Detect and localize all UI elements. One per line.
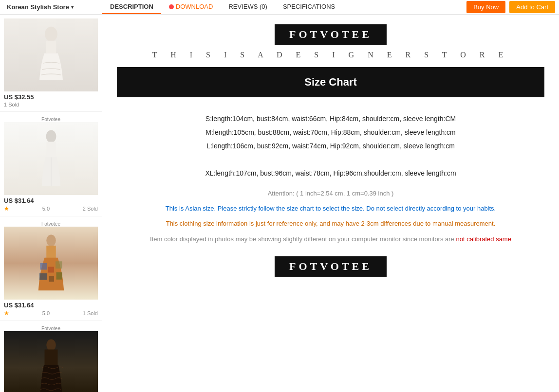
- color-note: Item color displayed in photos may be sh…: [117, 233, 544, 245]
- svg-rect-3: [46, 142, 56, 158]
- star-icon: ★: [4, 310, 9, 317]
- product-rating-row: ★ 5.0 1 Sold: [4, 310, 98, 317]
- header-actions: Buy Now Add to Cart: [466, 1, 559, 13]
- list-item[interactable]: Fotvotee US $31.64 ★ 5.0 2 Sold: [0, 112, 102, 216]
- attention-note: Attention: ( 1 inch=2.54 cm, 1 cm=0.39 i…: [117, 190, 544, 197]
- brand-logo-section: FOTVOTEE: [117, 24, 544, 45]
- star-icon: ★: [4, 205, 9, 212]
- svg-rect-6: [46, 246, 56, 258]
- main-layout: US $32.55 1 Sold Fotvotee US $31.64 ★ 5.…: [0, 15, 559, 392]
- brand-label: Fotvotee: [4, 326, 98, 331]
- dress-silhouette-icon: [32, 26, 71, 84]
- rating-value: 5.0: [42, 310, 50, 316]
- size-row-l: L:length:106cm, bust:92cm, waist:74cm, H…: [117, 139, 544, 153]
- chevron-down-icon: ▾: [71, 4, 74, 10]
- dress-silhouette-icon: [32, 234, 71, 292]
- warning-text-1: This is Asian size. Please strictly foll…: [166, 205, 496, 212]
- svg-point-13: [46, 339, 56, 351]
- brand-logo: FOTVOTEE: [275, 24, 387, 45]
- asian-size-warning: This is Asian size. Please strictly foll…: [117, 203, 544, 214]
- brand-logo-bottom: FOTVOTEE: [275, 256, 387, 277]
- product-price: US $32.55: [4, 93, 98, 101]
- not-calibrated-text: not calibrated same: [456, 235, 511, 243]
- tab-specifications[interactable]: SPECIFICATIONS: [275, 0, 343, 14]
- dress-silhouette-icon: [32, 129, 71, 188]
- dress-silhouette-icon: [32, 339, 71, 392]
- product-thumbnail: [4, 122, 98, 195]
- warning-text-3-part1: Item color displayed in photos may be sh…: [150, 235, 456, 243]
- tabs-section: DESCRIPTION DOWNLOAD REVIEWS (0) SPECIFI…: [102, 0, 466, 14]
- download-dot-icon: [169, 4, 174, 9]
- sidebar: US $32.55 1 Sold Fotvotee US $31.64 ★ 5.…: [0, 15, 102, 392]
- size-row-s: S:length:104cm, bust:84cm, waist:66cm, H…: [117, 112, 544, 125]
- brand-label: Fotvotee: [4, 117, 98, 122]
- svg-rect-11: [49, 276, 54, 282]
- svg-rect-8: [48, 267, 54, 273]
- product-price: US $31.64: [4, 197, 98, 204]
- buy-now-button[interactable]: Buy Now: [466, 1, 505, 13]
- product-price: US $31.64: [4, 302, 98, 309]
- svg-rect-14: [44, 350, 57, 366]
- list-item[interactable]: US $32.55 1 Sold: [0, 15, 102, 112]
- tab-description[interactable]: DESCRIPTION: [102, 0, 161, 14]
- svg-rect-1: [46, 41, 56, 53]
- size-row-m: M:length:105cm, bust:88cm, waist:70cm, H…: [117, 125, 544, 139]
- store-section: Korean Stylish Store ▾: [0, 0, 102, 14]
- size-chart-banner: Size Chart: [117, 67, 544, 97]
- size-row-xl: XL:length:107cm, bust:96cm, waist:78cm, …: [117, 166, 544, 180]
- list-item[interactable]: Fotvotee US $31.64 ★ 5.0: [0, 216, 102, 321]
- list-item[interactable]: Fotvotee: [0, 321, 102, 392]
- product-thumbnail: [4, 18, 98, 91]
- add-to-cart-button[interactable]: Add to Cart: [509, 1, 555, 13]
- svg-rect-9: [56, 261, 62, 268]
- svg-point-2: [46, 130, 56, 143]
- tab-download[interactable]: DOWNLOAD: [161, 0, 221, 14]
- rating-value: 5.0: [42, 206, 50, 212]
- sold-count: 1 Sold: [83, 310, 98, 316]
- product-thumbnail: [4, 227, 98, 300]
- brand-logo-bottom-section: FOTVOTEE: [117, 256, 544, 277]
- svg-point-5: [46, 235, 56, 247]
- product-rating-row: ★ 5.0 2 Sold: [4, 205, 98, 212]
- svg-point-0: [45, 27, 57, 42]
- store-name-button[interactable]: Korean Stylish Store ▾: [4, 1, 76, 13]
- svg-rect-7: [40, 263, 47, 270]
- store-name-label: Korean Stylish Store: [7, 3, 69, 11]
- designer-store-text: T H I S I S A D E S I G N E R S T O R E: [117, 51, 544, 59]
- top-bar: Korean Stylish Store ▾ DESCRIPTION DOWNL…: [0, 0, 559, 15]
- svg-rect-12: [56, 272, 62, 280]
- sold-count: 1 Sold: [4, 102, 19, 107]
- tab-reviews[interactable]: REVIEWS (0): [221, 0, 275, 14]
- size-specifications: S:length:104cm, bust:84cm, waist:66cm, H…: [117, 112, 544, 180]
- sold-count: 2 Sold: [83, 206, 98, 212]
- product-rating-row: 1 Sold: [4, 102, 98, 107]
- brand-label: Fotvotee: [4, 221, 98, 227]
- measurement-warning: This clothing size information is just f…: [117, 218, 544, 229]
- svg-rect-10: [39, 273, 47, 280]
- main-content: FOTVOTEE T H I S I S A D E S I G N E R S…: [102, 15, 559, 392]
- warning-text-2: This clothing size information is just f…: [166, 220, 496, 227]
- product-thumbnail: [4, 331, 98, 392]
